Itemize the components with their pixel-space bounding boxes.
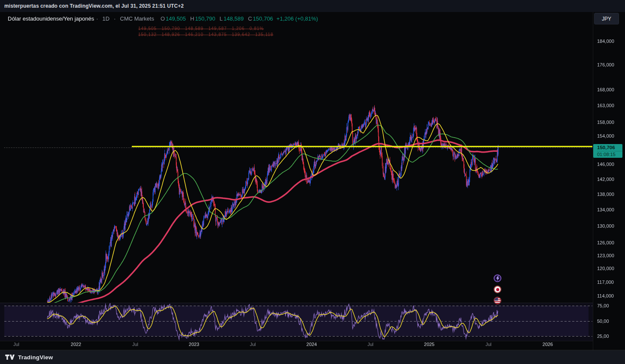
time-axis-label: 2023 [189, 342, 199, 347]
low-label: L [219, 15, 222, 22]
price-axis-separator [593, 12, 593, 350]
symbol-header: Dólar estadounidense/Yen japonés · 1D · … [8, 14, 318, 23]
time-axis-label: 2022 [71, 342, 81, 347]
price-axis-label: 130,000 [597, 223, 614, 229]
price-axis-label: 123,000 [597, 253, 614, 259]
price-chart-canvas[interactable] [0, 0, 625, 364]
price-axis-label: 146,000 [597, 162, 614, 167]
time-axis-label: 2024 [306, 342, 317, 347]
close-value: 150,706 [253, 15, 273, 22]
time-axis-label: Jul [485, 342, 492, 347]
price-axis-label: 163,000 [597, 103, 614, 108]
tradingview-logo-icon[interactable] [5, 354, 15, 361]
separator-dot: · [114, 15, 115, 22]
hidden-indicator-values-row: 150,132 148,926 146,210 143,875 139,642 … [138, 32, 273, 37]
bar-countdown: 01:08:15 [597, 151, 622, 157]
low-value: 148,589 [224, 15, 244, 22]
price-axis-label: 138,000 [597, 192, 614, 197]
price-axis-label: 114,000 [597, 293, 614, 299]
current-price-label: 150,706 01:08:15 [593, 144, 622, 158]
interval-label[interactable]: 1D [103, 15, 110, 22]
price-axis-label: 168,000 [597, 87, 614, 93]
open-value: 149,505 [166, 15, 186, 22]
event-icon-lightning[interactable] [494, 274, 501, 282]
time-axis-label: Jul [132, 342, 138, 347]
current-price-value: 150,706 [597, 144, 622, 151]
time-axis[interactable] [0, 341, 593, 350]
oscillator-level-label: 25,00 [597, 334, 609, 339]
event-icon-japan-flag[interactable] [494, 286, 501, 293]
time-axis-label: Jul [367, 342, 373, 347]
japan-flag-dot [496, 288, 499, 291]
close-label: C [248, 15, 252, 22]
exchange-label: CMC Markets [120, 15, 154, 22]
price-axis-label: 120,000 [597, 266, 614, 271]
attribution-bar: misterpuertas creado con TradingView.com… [0, 0, 625, 12]
time-axis-label: 2025 [424, 342, 434, 347]
time-axis-label: 2026 [543, 342, 553, 347]
change-value: +1,206 (+0,81%) [276, 15, 318, 22]
open-label: O [161, 15, 165, 22]
price-axis-label: 158,000 [597, 120, 614, 125]
oscillator-level-label: 75,00 [597, 303, 609, 309]
price-axis-label: 142,000 [597, 177, 614, 182]
time-axis-label: Jul [13, 342, 19, 347]
price-axis-label: 126,000 [597, 240, 614, 246]
hidden-indicator-values-row: 149,505 150,790 148,589 149,587 1,206 0,… [138, 26, 264, 31]
price-axis-label: 154,000 [597, 133, 614, 139]
high-label: H [190, 15, 194, 22]
price-axis-label: 117,000 [597, 280, 614, 285]
oscillator-level-label: 50,00 [597, 319, 609, 324]
us-flag-canton [495, 298, 498, 301]
high-value: 150,790 [195, 15, 215, 22]
time-axis-label: Jul [250, 342, 256, 347]
separator-dot: · [96, 15, 98, 22]
currency-button[interactable]: JPY [594, 13, 619, 24]
symbol-title[interactable]: Dólar estadounidense/Yen japonés [8, 15, 94, 22]
bottom-toolbar: TradingView [0, 350, 625, 364]
price-axis-label: 184,000 [597, 39, 614, 44]
price-axis-label: 134,000 [597, 207, 614, 213]
price-axis-label: 176,000 [597, 62, 614, 68]
event-icon-us-flag[interactable] [494, 297, 501, 304]
tradingview-wordmark[interactable]: TradingView [18, 354, 53, 361]
lightning-bolt-icon [496, 276, 500, 281]
attribution-text: misterpuertas creado con TradingView.com… [4, 3, 184, 9]
